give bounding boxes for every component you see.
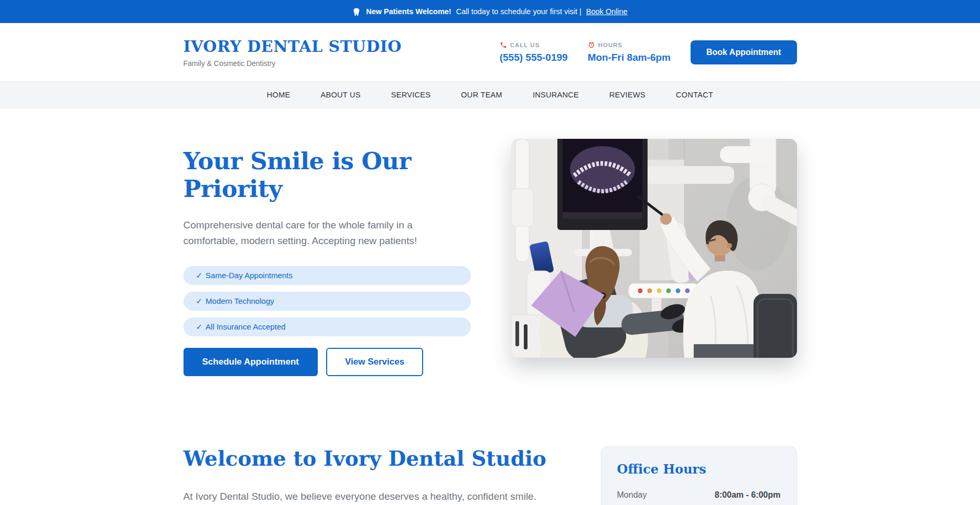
call-info: CALL US (555) 555-0199 (500, 41, 568, 63)
hours-row-monday: Monday 8:00am - 6:00pm (617, 490, 781, 500)
welcome-title: Welcome to Ivory Dental Studio (184, 446, 566, 470)
nav-item-reviews[interactable]: REVIEWS (609, 91, 645, 99)
nav-item-team[interactable]: OUR TEAM (461, 91, 502, 99)
site-tagline: Family & Cosmetic Dentistry (184, 59, 402, 68)
site-header: IVORY DENTAL STUDIO Family & Cosmetic De… (0, 23, 980, 81)
book-online-link[interactable]: Book Online (586, 7, 628, 16)
phone-number[interactable]: (555) 555-0199 (500, 52, 568, 63)
brand: IVORY DENTAL STUDIO Family & Cosmetic De… (184, 37, 402, 68)
welcome-section: Welcome to Ivory Dental Studio At Ivory … (0, 446, 980, 505)
hours-day: Monday (617, 490, 647, 500)
hero-section: Your Smile is Our Priority Comprehensive… (0, 108, 980, 376)
banner-message: Call today to schedule your first visit … (456, 7, 581, 16)
check-icon: ✓ (196, 271, 203, 280)
clock-icon (588, 41, 595, 49)
feature-list: ✓Same-Day Appointments ✓Modern Technolog… (184, 266, 471, 336)
feature-pill-same-day: ✓Same-Day Appointments (184, 266, 471, 285)
check-icon: ✓ (196, 297, 203, 305)
nav-item-insurance[interactable]: INSURANCE (533, 91, 579, 99)
hours-info: HOURS Mon-Fri 8am-6pm (588, 41, 671, 63)
hero-photo-dentist-xray (511, 139, 797, 358)
view-services-button[interactable]: View Services (326, 348, 423, 376)
hero-title: Your Smile is Our Priority (184, 147, 482, 203)
feature-pill-technology: ✓Modern Technology (184, 292, 471, 311)
hours-value: Mon-Fri 8am-6pm (588, 52, 671, 63)
nav-item-contact[interactable]: CONTACT (676, 91, 713, 99)
nav-item-services[interactable]: SERVICES (391, 91, 430, 99)
check-icon: ✓ (196, 322, 203, 331)
welcome-description: At Ivory Dental Studio, we believe every… (184, 487, 551, 505)
nav-item-home[interactable]: HOME (267, 91, 290, 99)
book-appointment-button[interactable]: Book Appointment (691, 40, 797, 64)
main-nav: HOME ABOUT US SERVICES OUR TEAM INSURANC… (0, 81, 980, 108)
call-label: CALL US (510, 42, 540, 48)
nav-item-about[interactable]: ABOUT US (321, 91, 361, 99)
tooth-icon (352, 7, 361, 16)
banner-highlight: New Patients Welcome! (366, 7, 451, 16)
office-hours-card: Office Hours Monday 8:00am - 6:00pm Tues… (601, 446, 797, 505)
hours-time: 8:00am - 6:00pm (715, 490, 780, 500)
feature-pill-insurance: ✓All Insurance Accepted (184, 317, 471, 336)
site-logo: IVORY DENTAL STUDIO (184, 37, 402, 56)
phone-icon (500, 41, 507, 49)
promo-banner: New Patients Welcome! Call today to sche… (0, 0, 980, 23)
hero-description: Comprehensive dental care for the whole … (184, 217, 446, 249)
schedule-appointment-button[interactable]: Schedule Appointment (184, 348, 318, 376)
office-hours-title: Office Hours (617, 462, 781, 477)
hours-label: HOURS (598, 42, 623, 48)
